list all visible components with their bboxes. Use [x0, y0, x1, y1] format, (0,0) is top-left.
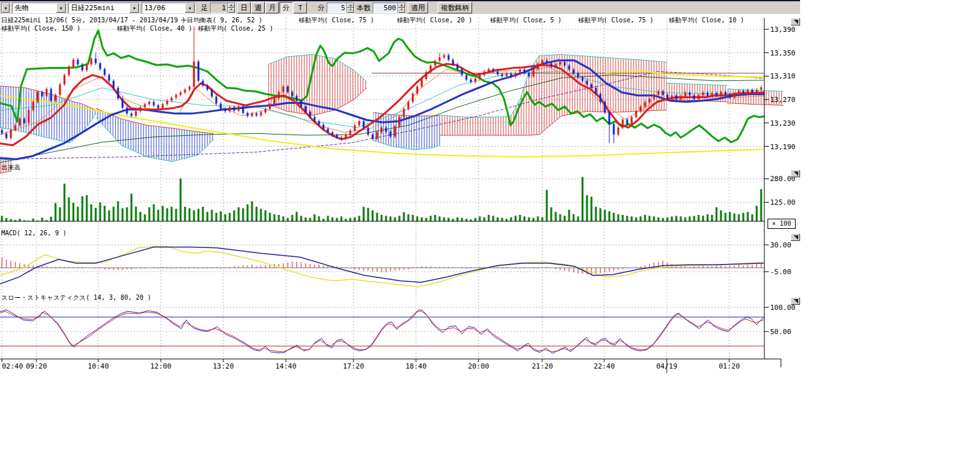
volume-bar	[184, 207, 186, 221]
candle-body	[685, 92, 687, 96]
period-button-1[interactable]: 週	[251, 2, 265, 13]
candle-body	[564, 62, 566, 66]
chevron-down-icon[interactable]: ▼	[185, 3, 195, 13]
symbol-dropdown[interactable]: 日経225mini ▼	[68, 3, 140, 13]
candle-body	[394, 126, 396, 136]
volume-bar	[381, 215, 383, 221]
panel-scroll-arrow-icon[interactable]	[791, 297, 800, 305]
volume-bar	[59, 207, 61, 221]
candle-body	[510, 74, 512, 77]
volume-bar	[64, 184, 66, 221]
period-button-4[interactable]: T	[293, 2, 307, 13]
volume-bar	[698, 215, 700, 221]
interval-spinner[interactable]: 1 ▲▼	[210, 3, 235, 13]
candle-body	[100, 63, 101, 69]
minute-spinner[interactable]: 5 ▲▼	[327, 3, 355, 13]
volume-bar	[73, 203, 75, 221]
bar-type-label: 足	[201, 3, 208, 13]
macd-line	[0, 247, 764, 284]
candle-body	[131, 113, 133, 116]
spinner-arrows-icon[interactable]: ▲▼	[346, 3, 354, 13]
mini-dropdown[interactable]: ▼	[1, 3, 10, 13]
volume-bar	[131, 194, 133, 221]
volume-bar	[122, 208, 124, 221]
volume-bar	[305, 217, 307, 221]
candle-body	[126, 108, 128, 113]
bar-count-spinner[interactable]: 500 ▲▼	[373, 3, 406, 13]
spinner-arrows-icon[interactable]: ▲▼	[397, 3, 405, 13]
candle-body	[519, 69, 521, 73]
volume-bar	[95, 208, 97, 221]
volume-bar	[694, 216, 695, 221]
panel-scroll-arrow-icon[interactable]	[791, 233, 800, 241]
volume-bar	[609, 211, 611, 221]
multi-symbol-button[interactable]: 複数銘柄	[438, 2, 472, 13]
time-label: 22:40	[593, 362, 614, 370]
volume-bar	[332, 217, 334, 221]
chevron-down-icon[interactable]: ▼	[130, 3, 139, 13]
spinner-arrows-icon[interactable]: ▲▼	[227, 3, 235, 13]
legend-item: 移動平均( Close, 5 )	[490, 17, 561, 24]
candle-body	[457, 64, 459, 69]
candle-body	[528, 73, 530, 77]
volume-bar	[265, 210, 267, 221]
time-label: 18:40	[405, 362, 426, 370]
candle-body	[274, 98, 276, 104]
volume-bar	[345, 219, 347, 221]
contract-month-dropdown[interactable]: 13/06 ▼	[142, 3, 195, 13]
candle-body	[238, 106, 240, 110]
volume-bar	[251, 201, 253, 221]
chevron-down-icon[interactable]: ▼	[56, 3, 66, 13]
volume-bar	[117, 201, 119, 221]
panel-scroll-arrow-icon[interactable]	[791, 170, 800, 177]
volume-bar	[363, 207, 365, 221]
volume-bar	[439, 216, 441, 221]
candle-body	[649, 99, 651, 103]
time-label: 01:20	[718, 362, 739, 370]
panel-scroll-arrow-icon[interactable]	[791, 18, 800, 26]
volume-bar	[403, 212, 405, 221]
candle-body	[421, 79, 423, 87]
volume-bar	[426, 218, 427, 221]
candle-body	[19, 119, 21, 125]
category-dropdown[interactable]: 先物 ▼	[12, 3, 66, 13]
candle-body	[24, 119, 26, 122]
candle-body	[694, 96, 695, 99]
chevron-down-icon[interactable]: ▼	[2, 3, 10, 13]
candle-body	[225, 109, 226, 112]
volume-bar	[658, 217, 660, 221]
volume-bar	[368, 208, 369, 221]
period-button-3[interactable]: 分	[279, 2, 293, 13]
period-button-2[interactable]: 月	[265, 2, 279, 13]
volume-bar	[707, 214, 709, 221]
volume-bar	[6, 218, 8, 221]
chart-canvas[interactable]: 13,39013,35013,31013,27013,23013,190280.…	[0, 14, 801, 379]
candle-body	[59, 84, 61, 95]
candle-body	[314, 117, 316, 121]
volume-bar	[644, 215, 646, 221]
volume-bar	[711, 215, 713, 221]
candle-body	[10, 130, 12, 138]
candle-body	[28, 110, 30, 123]
axis-label: 13,350	[770, 49, 796, 57]
candle-body	[189, 87, 191, 90]
candle-body	[546, 61, 548, 64]
volume-bar	[278, 215, 280, 221]
candle-body	[198, 61, 200, 80]
volume-bar	[180, 179, 182, 221]
volume-bar	[421, 217, 423, 221]
candle-body	[234, 107, 235, 111]
macd-panel-label: MACD( 12, 26, 9 )	[1, 230, 66, 237]
candle-body	[408, 102, 410, 109]
apply-button[interactable]: 適用	[408, 2, 428, 13]
candle-body	[153, 102, 155, 106]
volume-bar	[19, 219, 21, 221]
candle-body	[309, 112, 311, 117]
period-button-0[interactable]: 日	[237, 2, 251, 13]
candle-body	[336, 135, 338, 138]
macd-signal-line	[0, 246, 764, 287]
legend-item: 日経225mini 13/06( 5分, 2013/04/17 - 2013/0…	[1, 17, 186, 24]
candle-body	[73, 60, 75, 67]
volume-bar	[475, 218, 477, 221]
volume-bar	[493, 216, 494, 221]
